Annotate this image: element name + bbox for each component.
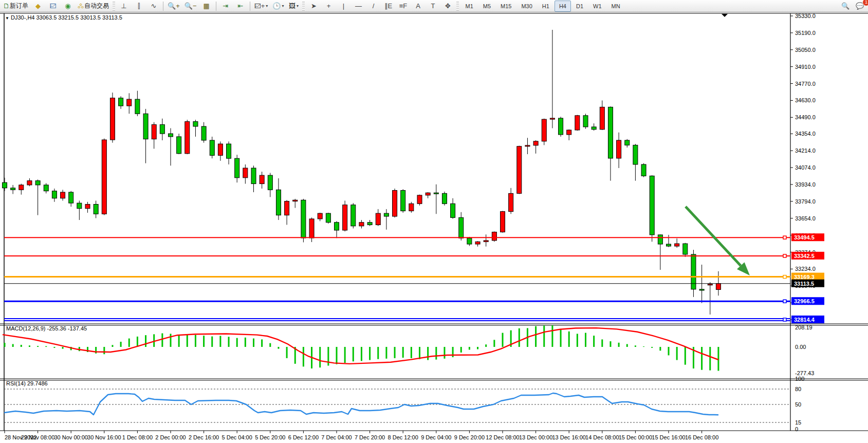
price-tag-label: 33342.5 bbox=[794, 253, 815, 259]
candle-body bbox=[426, 193, 430, 195]
price-tick-label: 33654.0 bbox=[795, 215, 816, 222]
candle-body bbox=[492, 232, 496, 241]
candle-body bbox=[61, 192, 65, 198]
line-anchor-marker[interactable] bbox=[783, 318, 786, 321]
candle-body bbox=[27, 181, 32, 185]
candle-body bbox=[409, 204, 414, 211]
price-tag-label: 32814.4 bbox=[794, 317, 815, 323]
candle-body bbox=[318, 213, 322, 219]
collapse-data-arrow-icon[interactable]: ▼ bbox=[5, 16, 9, 21]
candle-body bbox=[177, 137, 181, 154]
candle-body bbox=[35, 181, 40, 185]
candle-body bbox=[542, 119, 546, 141]
time-tick-label: 6 Dec 12:00 bbox=[288, 434, 319, 440]
time-tick-label: 30 Nov 00:00 bbox=[54, 434, 87, 440]
candle-body bbox=[384, 213, 389, 216]
candle-body bbox=[285, 201, 289, 215]
candle-body bbox=[550, 118, 555, 119]
candle-body bbox=[3, 182, 7, 188]
candle-body bbox=[451, 204, 455, 217]
candle-body bbox=[567, 130, 571, 135]
candle-body bbox=[442, 193, 447, 204]
candle-body bbox=[201, 126, 206, 140]
chart-canvas[interactable]: 35330.035190.035050.034910.034770.034630… bbox=[0, 0, 868, 443]
candle-body bbox=[77, 203, 82, 209]
candle-body bbox=[343, 205, 347, 230]
time-tick-label: 13 Dec 16:00 bbox=[552, 434, 585, 440]
price-tag-label: 33169.3 bbox=[794, 274, 815, 280]
time-tick-label: 15 Dec 16:00 bbox=[652, 434, 685, 440]
candle-body bbox=[94, 204, 98, 214]
candle-body bbox=[367, 223, 372, 225]
price-tick-label: 35190.0 bbox=[795, 30, 816, 36]
candle-body bbox=[699, 289, 704, 290]
time-tick-label: 7 Dec 04:00 bbox=[321, 434, 352, 440]
candle-body bbox=[633, 145, 638, 164]
candle-body bbox=[658, 235, 662, 244]
candle-body bbox=[110, 98, 115, 140]
price-tick-label: 33234.0 bbox=[795, 266, 816, 272]
candle-body bbox=[625, 140, 630, 145]
time-tick-label: 16 Dec 08:00 bbox=[685, 434, 718, 440]
candle-body bbox=[417, 195, 422, 204]
time-tick-label: 30 Nov 16:00 bbox=[87, 434, 121, 440]
candle-body bbox=[227, 144, 231, 158]
candle-body bbox=[193, 122, 198, 126]
price-tick-label: 34630.0 bbox=[795, 97, 816, 103]
time-tick-label: 29 Nov 08:00 bbox=[21, 434, 54, 440]
rsi-indicator-label: RSI(14) 29.7486 bbox=[6, 380, 48, 386]
candle-body bbox=[335, 223, 339, 230]
price-tick-label: 35330.0 bbox=[795, 13, 816, 19]
candle-body bbox=[716, 284, 721, 290]
candle-body bbox=[243, 168, 248, 178]
candle-body bbox=[260, 175, 264, 183]
candle-body bbox=[251, 168, 256, 184]
rsi-axis-label: 100 bbox=[795, 376, 804, 382]
price-tick-label: 33794.0 bbox=[795, 198, 816, 205]
candle-body bbox=[525, 145, 530, 146]
time-tick-label: 2 Dec 16:00 bbox=[189, 434, 219, 440]
price-tick-label: 34074.0 bbox=[795, 164, 816, 171]
candle-body bbox=[235, 158, 239, 178]
line-anchor-marker[interactable] bbox=[783, 300, 786, 303]
candle-body bbox=[44, 185, 48, 191]
time-tick-label: 7 Dec 20:00 bbox=[355, 434, 385, 440]
candle-body bbox=[268, 175, 272, 190]
candle-body bbox=[301, 200, 306, 238]
candle-body bbox=[11, 188, 15, 190]
plot-background[interactable] bbox=[4, 13, 790, 431]
candle-body bbox=[467, 238, 472, 244]
price-tick-label: 34910.0 bbox=[795, 64, 816, 70]
candle-body bbox=[509, 193, 513, 211]
candle-body bbox=[210, 140, 214, 155]
price-tick-label: 34354.0 bbox=[795, 131, 816, 137]
time-tick-label: 2 Dec 00:00 bbox=[155, 434, 186, 440]
candle-body bbox=[475, 242, 480, 244]
candle-body bbox=[484, 241, 488, 242]
chart-symbol-title[interactable]: ▼ DJ30-,H4 33063.5 33215.5 33013.5 33113… bbox=[5, 14, 122, 21]
candle-body bbox=[675, 244, 679, 246]
time-tick-label: 9 Dec 04:00 bbox=[421, 434, 451, 440]
line-anchor-marker[interactable] bbox=[783, 254, 786, 257]
candle-body bbox=[376, 213, 380, 225]
candle-body bbox=[309, 219, 314, 238]
price-tick-label: 34490.0 bbox=[795, 114, 816, 120]
candle-body bbox=[650, 176, 654, 235]
chart-title-text: DJ30-,H4 33063.5 33215.5 33013.5 33113.5 bbox=[11, 14, 122, 21]
candle-body bbox=[52, 191, 57, 198]
price-tag-label: 33113.5 bbox=[794, 281, 814, 287]
time-tick-label: 12 Dec 08:00 bbox=[486, 434, 519, 440]
candle-body bbox=[641, 164, 646, 176]
candle-body bbox=[708, 284, 712, 285]
time-tick-label: 1 Dec 08:00 bbox=[122, 434, 153, 440]
macd-indicator-label: MACD(12,26,9) -255.36 -137.45 bbox=[6, 325, 87, 331]
price-tick-label: 34214.0 bbox=[795, 147, 816, 154]
rsi-axis-label: 15 bbox=[795, 419, 801, 426]
candle-body bbox=[575, 116, 580, 130]
price-tick-label: 33934.0 bbox=[795, 181, 816, 188]
line-anchor-marker[interactable] bbox=[783, 275, 786, 279]
line-anchor-marker[interactable] bbox=[783, 236, 786, 239]
candle-body bbox=[152, 124, 156, 139]
candle-body bbox=[127, 99, 132, 106]
candle-body bbox=[501, 212, 505, 232]
